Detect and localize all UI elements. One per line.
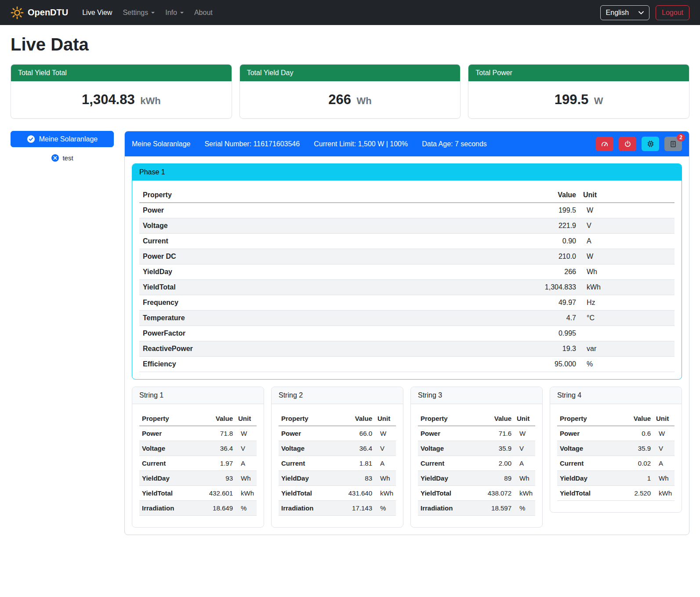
property-value: 0.6 [621,426,653,441]
string-1-card: String 1 Property Value Unit [132,387,264,528]
property-name: YieldTotal [139,486,203,501]
property-name: ReactivePower [139,341,531,357]
table-row: YieldDay 266 Wh [139,264,675,280]
property-value: 431.640 [342,486,375,501]
property-unit: A [375,456,396,471]
property-unit: A [514,456,535,471]
property-value: 35.9 [621,441,653,456]
property-value: 36.4 [342,441,375,456]
table-row: YieldTotal 432.601 kWh [139,486,257,501]
table-header-row: Property Value Unit [557,411,675,426]
column-header-property: Property [139,411,203,426]
logout-button[interactable]: Logout [656,5,689,20]
summary-card-value: 199.5 [555,92,589,107]
string-card-body: Property Value Unit Power [272,404,403,527]
table-row: Voltage 35.9 V [557,441,675,456]
property-unit: Hz [580,295,675,311]
string-table: Property Value Unit Power [279,411,396,516]
summary-card-unit: kWh [140,95,160,106]
property-unit: kWh [653,486,675,501]
nav-info-label: Info [165,9,177,17]
limit-settings-button[interactable] [596,137,613,151]
property-unit: V [236,441,257,456]
property-unit: Wh [514,471,535,486]
table-header-row: Property Value Unit [139,188,675,203]
table-row: YieldTotal 2.520 kWh [557,486,675,501]
property-value: 1.81 [342,456,375,471]
property-value: 4.7 [531,311,580,326]
table-row: YieldDay 93 Wh [139,471,257,486]
nav-settings[interactable]: Settings [117,5,160,20]
property-name: Current [139,456,203,471]
property-name: Frequency [139,295,531,311]
table-row: Current 1.97 A [139,456,257,471]
language-select-value: English [606,9,629,17]
property-name: Current [418,456,482,471]
table-row: Current 0.90 A [139,234,675,249]
property-unit: A [236,456,257,471]
property-value: 17.143 [342,501,375,516]
nav-about[interactable]: About [189,5,218,20]
property-unit: kWh [375,486,396,501]
power-button[interactable] [619,137,636,151]
brand-label: OpenDTU [28,7,68,18]
property-value: 432.601 [203,486,236,501]
property-name: Power DC [139,249,531,264]
column-header-value: Value [482,411,514,426]
summary-card-title: Total Power [468,65,689,81]
property-value: 71.8 [203,426,236,441]
inverter-card-body: Phase 1 Property Value Unit [125,156,689,535]
summary-card-total-yield-total: Total Yield Total 1,304.83 kWh [11,64,232,119]
property-name: Power [139,426,203,441]
table-row: Power 66.0 W [279,426,396,441]
column-header-unit: Unit [514,411,535,426]
table-row: Power DC 210.0 W [139,249,675,264]
property-value: 83 [342,471,375,486]
inverter-select-test[interactable]: test [11,154,114,162]
table-header-row: Property Value Unit [279,411,396,426]
property-value: 18.597 [482,501,514,516]
property-unit: °C [580,311,675,326]
nav-info[interactable]: Info [160,5,189,20]
string-4-card: String 4 Property Value Unit [550,387,682,513]
inverter-select-meine-solaranlage[interactable]: Meine Solaranlage [11,131,114,147]
property-unit: Wh [653,471,675,486]
table-row: YieldTotal 1,304.833 kWh [139,280,675,295]
inverter-select-label: test [62,154,73,162]
property-name: Temperature [139,311,531,326]
summary-card-value: 1,304.83 [82,92,135,107]
property-unit: W [580,203,675,218]
property-name: Voltage [139,218,531,234]
table-row: Temperature 4.7 °C [139,311,675,326]
event-log-button[interactable]: 2 [664,137,682,151]
property-value: 2.00 [482,456,514,471]
cpu-icon [647,140,654,148]
string-card-title: String 3 [411,387,542,404]
column-header-unit: Unit [653,411,675,426]
journal-icon [670,141,677,148]
table-row: Power 0.6 W [557,426,675,441]
property-value: 0.995 [531,326,580,341]
property-value: 438.072 [482,486,514,501]
chevron-down-icon [638,11,644,14]
inverter-name: Meine Solaranlage [132,140,190,148]
column-header-value: Value [621,411,653,426]
brand[interactable]: OpenDTU [11,6,68,19]
summary-card-body: 266 Wh [240,81,461,118]
string-card-title: String 4 [550,387,682,404]
phase-1-card: Phase 1 Property Value Unit [132,163,682,380]
property-value: 1.97 [203,456,236,471]
property-unit: A [580,234,675,249]
nav-live-view[interactable]: Live View [77,5,117,20]
property-unit [580,326,675,341]
property-unit: V [514,441,535,456]
language-select[interactable]: English [600,5,649,20]
nav-settings-label: Settings [123,9,148,17]
device-info-button[interactable] [642,137,659,151]
string-3-card: String 3 Property Value Unit [410,387,543,528]
table-row: YieldDay 89 Wh [418,471,535,486]
event-count-badge: 2 [677,134,685,141]
table-row: Irradiation 18.649 % [139,501,257,516]
string-card-body: Property Value Unit Power [132,404,264,527]
property-name: YieldDay [557,471,621,486]
